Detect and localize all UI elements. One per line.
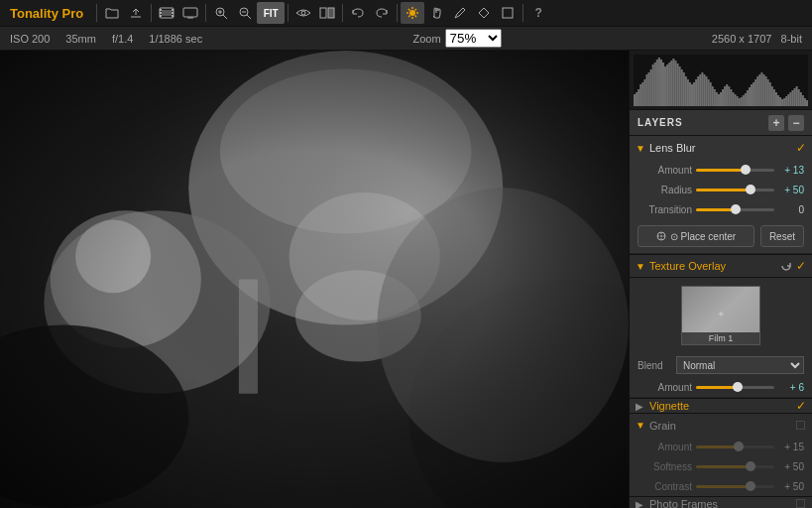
grain-arrow: ▼ (636, 420, 645, 431)
lens-blur-name: Lens Blur (649, 142, 792, 154)
transition-value: 0 (778, 204, 804, 215)
help-button[interactable]: ? (526, 2, 550, 24)
amount-label: Amount (638, 165, 692, 176)
crosshair-icon (656, 231, 666, 241)
tones-button[interactable] (401, 2, 424, 24)
grain-amount-slider[interactable] (696, 445, 774, 448)
blend-select[interactable]: Normal Multiply Screen Overlay (676, 356, 804, 374)
svg-rect-64 (666, 64, 668, 106)
shutter-speed: 1/1886 sec (149, 33, 202, 45)
svg-rect-62 (662, 63, 664, 106)
layers-title: LAYERS (638, 117, 768, 128)
redo-button[interactable] (370, 2, 394, 24)
svg-rect-90 (720, 92, 722, 106)
vignette-section[interactable]: ▶ Vignette ✓ (630, 398, 812, 413)
bit-depth: 8-bit (781, 33, 802, 45)
lens-blur-transition-row: Transition 0 (630, 199, 812, 219)
zoom-out-button[interactable] (233, 2, 257, 24)
zoom-in-button[interactable] (209, 2, 233, 24)
photo-frames-check[interactable]: ☐ (795, 497, 806, 508)
vignette-check[interactable]: ✓ (796, 399, 806, 413)
svg-rect-118 (777, 95, 779, 106)
svg-rect-130 (802, 95, 804, 106)
texture-thumbnail-area: ✦ Film 1 (630, 278, 812, 353)
pen-tool-button[interactable] (448, 2, 472, 24)
undo-button[interactable] (346, 2, 370, 24)
compare-button[interactable] (315, 2, 339, 24)
radius-slider[interactable] (696, 189, 774, 191)
svg-rect-63 (664, 66, 666, 106)
image-dimensions: 2560 x 1707 (712, 33, 772, 45)
grain-header[interactable]: ▼ Grain ☐ (630, 413, 812, 437)
texture-thumbnail[interactable]: ✦ Film 1 (681, 286, 760, 345)
lens-blur-check[interactable]: ✓ (796, 141, 806, 155)
open-folder-button[interactable] (100, 2, 124, 24)
image-canvas[interactable] (0, 51, 629, 508)
transition-label: Transition (638, 204, 692, 215)
fit-button[interactable]: FIT (257, 2, 285, 24)
photo-frames-section[interactable]: ▶ Photo Frames ☐ (630, 496, 812, 508)
svg-rect-123 (787, 94, 789, 106)
toolbar-divider-5 (342, 4, 343, 22)
layers-header[interactable]: LAYERS + − (630, 110, 812, 136)
grain-check[interactable]: ☐ (795, 419, 806, 433)
blend-row: Blend Normal Multiply Screen Overlay (630, 353, 812, 377)
texture-overlay-header[interactable]: ▼ Texture Overlay ✓ (630, 254, 812, 278)
reset-label: Reset (769, 231, 795, 242)
layers-header-btns: + − (768, 115, 804, 131)
lens-blur-header[interactable]: ▼ Lens Blur ✓ (630, 136, 812, 160)
svg-rect-81 (701, 72, 703, 106)
toolbar-divider-2 (151, 4, 152, 22)
svg-rect-103 (747, 90, 749, 106)
export-button[interactable] (124, 2, 148, 24)
hand-tool-button[interactable] (424, 2, 448, 24)
remove-layer-button[interactable]: − (788, 115, 804, 131)
svg-rect-105 (751, 84, 753, 106)
svg-rect-58 (654, 63, 656, 106)
svg-rect-117 (775, 92, 777, 106)
lens-blur-reset-button[interactable]: Reset (760, 225, 804, 247)
svg-rect-128 (798, 89, 800, 106)
preview-button[interactable] (291, 2, 315, 24)
add-layer-button[interactable]: + (768, 115, 784, 131)
svg-rect-31 (503, 8, 513, 18)
vignette-arrow: ▶ (636, 401, 645, 412)
iso-value: ISO 200 (10, 33, 50, 45)
grain-softness-slider[interactable] (696, 465, 774, 468)
texture-amount-slider[interactable] (696, 386, 774, 389)
svg-rect-71 (681, 69, 683, 106)
texture-overlay-check[interactable]: ✓ (796, 259, 806, 273)
refresh-icon[interactable] (780, 260, 792, 272)
transition-slider[interactable] (696, 208, 774, 211)
filmstrip-button[interactable] (155, 2, 178, 24)
rect-tool-button[interactable] (496, 2, 520, 24)
radius-label: Radius (638, 185, 692, 195)
texture-overlay-arrow: ▼ (636, 261, 645, 272)
lens-blur-layer: ▼ Lens Blur ✓ Amount + 13 Radius (630, 136, 812, 254)
svg-rect-50 (638, 89, 639, 106)
zoom-label: Zoom (412, 33, 440, 45)
toolbar-divider-3 (205, 4, 206, 22)
svg-rect-49 (636, 92, 638, 106)
svg-rect-75 (689, 82, 691, 106)
svg-rect-86 (712, 86, 714, 106)
svg-rect-119 (779, 97, 781, 106)
monitor-button[interactable] (178, 2, 202, 24)
svg-rect-125 (791, 90, 793, 106)
grain-contrast-slider[interactable] (696, 485, 774, 488)
histogram-area (630, 51, 812, 110)
svg-rect-68 (674, 61, 676, 106)
toolbar-divider-1 (96, 4, 97, 22)
svg-rect-54 (645, 74, 647, 106)
texture-overlay-name: Texture Overlay (649, 260, 776, 272)
svg-rect-65 (668, 63, 670, 106)
svg-rect-57 (652, 64, 654, 106)
shape-tool-button[interactable] (472, 2, 496, 24)
svg-rect-66 (670, 61, 672, 106)
amount-slider[interactable] (696, 169, 774, 172)
svg-rect-111 (762, 74, 764, 106)
svg-line-16 (247, 15, 251, 19)
place-center-button[interactable]: ⊙ Place center (638, 225, 754, 247)
svg-rect-124 (789, 92, 791, 106)
zoom-select[interactable]: 75% 50% 100% FIT (445, 29, 502, 48)
